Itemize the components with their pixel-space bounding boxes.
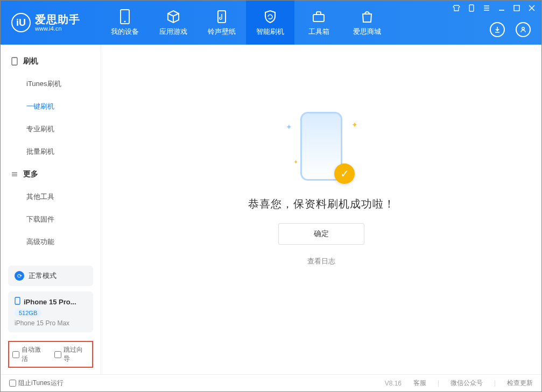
close-icon[interactable] (527, 4, 536, 12)
brand-site: www.i4.cn (35, 25, 80, 32)
sidebar-item-download-firmware[interactable]: 下载固件 (1, 208, 101, 231)
sidebar-group-flash[interactable]: 刷机 (1, 50, 101, 73)
brand: iU 爱思助手 www.i4.cn (1, 1, 101, 45)
checkbox-input[interactable] (54, 351, 61, 358)
device-small-icon (15, 297, 20, 307)
sparkle-icon: ✦ (351, 120, 358, 129)
check-badge-icon: ✓ (334, 163, 355, 184)
device-icon (117, 9, 132, 24)
top-nav: 我的设备 应用游戏 铃声壁纸 智能刷机 工具箱 爱思商城 (101, 1, 391, 45)
sidebar-item-pro-flash[interactable]: 专业刷机 (1, 118, 101, 140)
bag-icon (360, 9, 375, 24)
view-log-link[interactable]: 查看日志 (307, 256, 335, 266)
nav-label: 铃声壁纸 (208, 27, 236, 37)
svg-point-1 (124, 20, 126, 22)
svg-rect-5 (514, 5, 519, 11)
brand-logo-icon: iU (11, 13, 31, 32)
shield-sync-icon (263, 9, 278, 24)
nav-label: 我的设备 (111, 27, 139, 37)
download-icon[interactable] (490, 22, 505, 37)
ok-button[interactable]: 确定 (278, 223, 364, 245)
nav-label: 爱思商城 (353, 27, 381, 37)
svg-rect-4 (469, 5, 474, 11)
sidebar: 刷机 iTunes刷机 一键刷机 专业刷机 批量刷机 更多 其他工具 下载固件 … (1, 45, 101, 374)
nav-ringtones[interactable]: 铃声壁纸 (198, 1, 246, 45)
toolbox-icon (311, 9, 326, 24)
svg-rect-7 (12, 58, 17, 65)
maximize-icon[interactable] (512, 4, 521, 12)
skin-icon[interactable] (452, 4, 461, 12)
nav-store[interactable]: 爱思商城 (343, 1, 391, 45)
nav-label: 应用游戏 (159, 27, 187, 37)
checkbox-input[interactable] (9, 380, 16, 387)
device-mode-label: 正常模式 (29, 271, 57, 281)
device-small-icon (10, 57, 19, 66)
device-mode-status[interactable]: ⟳ 正常模式 (8, 266, 93, 286)
checkbox-auto-activate[interactable]: 自动激活 (12, 345, 47, 364)
footer: 阻止iTunes运行 V8.16 客服 微信公众号 检查更新 (1, 374, 541, 391)
sparkle-icon: ✦ (293, 159, 298, 166)
sidebar-item-advanced[interactable]: 高级功能 (1, 231, 101, 253)
svg-point-6 (522, 27, 524, 30)
user-icon[interactable] (516, 22, 531, 37)
nav-my-device[interactable]: 我的设备 (101, 1, 149, 45)
footer-link-wechat[interactable]: 微信公众号 (451, 379, 483, 388)
svg-rect-8 (15, 297, 20, 304)
sidebar-item-batch-flash[interactable]: 批量刷机 (1, 140, 101, 163)
device-name-short: iPhone 15 Pro... (24, 298, 76, 306)
device-card[interactable]: iPhone 15 Pro... 512GB iPhone 15 Pro Max (8, 291, 93, 332)
nav-label: 智能刷机 (256, 27, 284, 37)
nav-toolbox[interactable]: 工具箱 (294, 1, 343, 45)
sidebar-group-more[interactable]: 更多 (1, 163, 101, 186)
sidebar-group-label: 更多 (23, 169, 38, 179)
nav-smart-flash[interactable]: 智能刷机 (246, 1, 294, 45)
nav-apps-games[interactable]: 应用游戏 (149, 1, 198, 45)
checkbox-skip-wizard[interactable]: 跳过向导 (54, 345, 89, 364)
minimize-icon[interactable] (497, 4, 506, 12)
flash-options-box: 自动激活 跳过向导 (8, 341, 93, 368)
menu-icon[interactable] (482, 4, 491, 12)
music-icon (214, 9, 229, 24)
main-content: ✦ ✦ ✦ ✓ 恭喜您，保资料刷机成功啦！ 确定 查看日志 (101, 45, 541, 374)
app-header: iU 爱思助手 www.i4.cn 我的设备 应用游戏 铃声壁纸 智能刷机 (1, 1, 541, 45)
footer-link-support[interactable]: 客服 (413, 379, 426, 388)
footer-link-update[interactable]: 检查更新 (507, 379, 533, 388)
sidebar-item-other-tools[interactable]: 其他工具 (1, 186, 101, 208)
nav-label: 工具箱 (308, 27, 329, 37)
checkbox-input[interactable] (12, 351, 19, 358)
checkbox-block-itunes[interactable]: 阻止iTunes运行 (9, 379, 64, 388)
success-illustration: ✦ ✦ ✦ ✓ (284, 110, 359, 185)
sidebar-item-itunes-flash[interactable]: iTunes刷机 (1, 73, 101, 95)
sidebar-item-onekey-flash[interactable]: 一键刷机 (1, 95, 101, 118)
divider (495, 380, 495, 387)
success-message: 恭喜您，保资料刷机成功啦！ (248, 197, 395, 211)
more-icon (10, 170, 19, 179)
sparkle-icon: ✦ (286, 123, 292, 131)
checkbox-label: 自动激活 (22, 345, 47, 364)
sidebar-group-label: 刷机 (23, 56, 38, 66)
sync-icon: ⟳ (15, 271, 24, 281)
svg-rect-3 (313, 15, 324, 22)
version-label: V8.16 (385, 380, 402, 387)
cube-icon (166, 9, 181, 24)
device-name-full: iPhone 15 Pro Max (15, 319, 87, 327)
brand-title: 爱思助手 (35, 13, 80, 25)
checkbox-label: 阻止iTunes运行 (18, 379, 64, 388)
window-controls (452, 4, 536, 12)
device-capacity-badge: 512GB (15, 309, 41, 317)
checkbox-label: 跳过向导 (64, 345, 89, 364)
feedback-icon[interactable] (467, 4, 476, 12)
divider (438, 380, 439, 387)
